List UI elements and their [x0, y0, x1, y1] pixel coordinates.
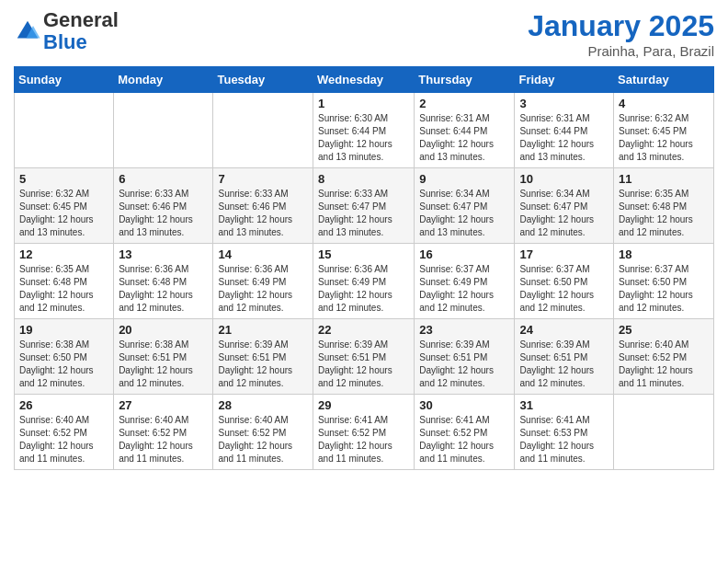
- calendar-cell: 31Sunrise: 6:41 AM Sunset: 6:53 PM Dayli…: [515, 395, 614, 470]
- day-info: Sunrise: 6:41 AM Sunset: 6:52 PM Dayligh…: [419, 414, 509, 465]
- day-info: Sunrise: 6:32 AM Sunset: 6:45 PM Dayligh…: [619, 112, 709, 164]
- calendar-cell: [114, 93, 213, 168]
- weekday-header-tuesday: Tuesday: [213, 67, 313, 93]
- day-number: 26: [19, 398, 108, 412]
- day-number: 17: [519, 247, 609, 261]
- day-number: 7: [218, 172, 308, 186]
- day-info: Sunrise: 6:37 AM Sunset: 6:50 PM Dayligh…: [619, 263, 709, 315]
- calendar-cell: 16Sunrise: 6:37 AM Sunset: 6:49 PM Dayli…: [415, 244, 515, 319]
- logo-icon: [14, 17, 41, 45]
- calendar-cell: 9Sunrise: 6:34 AM Sunset: 6:47 PM Daylig…: [415, 168, 515, 244]
- calendar-week-row: 19Sunrise: 6:38 AM Sunset: 6:50 PM Dayli…: [15, 319, 714, 395]
- calendar-cell: 28Sunrise: 6:40 AM Sunset: 6:52 PM Dayli…: [213, 395, 313, 470]
- calendar-cell: 25Sunrise: 6:40 AM Sunset: 6:52 PM Dayli…: [614, 319, 714, 395]
- calendar-cell: 15Sunrise: 6:36 AM Sunset: 6:49 PM Dayli…: [313, 244, 415, 319]
- day-number: 1: [318, 97, 409, 110]
- logo: General Blue: [14, 9, 119, 53]
- calendar-cell: 14Sunrise: 6:36 AM Sunset: 6:49 PM Dayli…: [213, 244, 313, 319]
- calendar-week-row: 1Sunrise: 6:30 AM Sunset: 6:44 PM Daylig…: [15, 93, 714, 168]
- location-subtitle: Prainha, Para, Brazil: [528, 43, 714, 59]
- calendar-cell: [614, 395, 714, 470]
- day-info: Sunrise: 6:36 AM Sunset: 6:48 PM Dayligh…: [119, 263, 208, 315]
- day-number: 18: [619, 247, 709, 261]
- day-number: 5: [19, 172, 108, 186]
- calendar-cell: 17Sunrise: 6:37 AM Sunset: 6:50 PM Dayli…: [515, 244, 614, 319]
- calendar-cell: 21Sunrise: 6:39 AM Sunset: 6:51 PM Dayli…: [213, 319, 313, 395]
- day-info: Sunrise: 6:38 AM Sunset: 6:51 PM Dayligh…: [119, 339, 208, 390]
- month-title: January 2025: [528, 9, 714, 43]
- day-info: Sunrise: 6:39 AM Sunset: 6:51 PM Dayligh…: [218, 339, 308, 390]
- calendar-cell: 29Sunrise: 6:41 AM Sunset: 6:52 PM Dayli…: [313, 395, 415, 470]
- day-info: Sunrise: 6:41 AM Sunset: 6:52 PM Dayligh…: [318, 414, 409, 465]
- weekday-header-thursday: Thursday: [415, 67, 515, 93]
- day-number: 28: [218, 398, 308, 412]
- calendar-week-row: 5Sunrise: 6:32 AM Sunset: 6:45 PM Daylig…: [15, 168, 714, 244]
- weekday-header-wednesday: Wednesday: [313, 67, 415, 93]
- weekday-header-monday: Monday: [114, 67, 213, 93]
- day-info: Sunrise: 6:39 AM Sunset: 6:51 PM Dayligh…: [519, 339, 609, 390]
- title-block: January 2025 Prainha, Para, Brazil: [528, 9, 714, 59]
- day-info: Sunrise: 6:36 AM Sunset: 6:49 PM Dayligh…: [318, 263, 409, 315]
- calendar-table: SundayMondayTuesdayWednesdayThursdayFrid…: [14, 66, 714, 470]
- calendar-cell: 22Sunrise: 6:39 AM Sunset: 6:51 PM Dayli…: [313, 319, 415, 395]
- day-info: Sunrise: 6:35 AM Sunset: 6:48 PM Dayligh…: [619, 188, 709, 239]
- day-info: Sunrise: 6:33 AM Sunset: 6:46 PM Dayligh…: [218, 188, 308, 239]
- calendar-cell: 26Sunrise: 6:40 AM Sunset: 6:52 PM Dayli…: [15, 395, 114, 470]
- calendar-cell: 8Sunrise: 6:33 AM Sunset: 6:47 PM Daylig…: [313, 168, 415, 244]
- calendar-cell: [15, 93, 114, 168]
- weekday-header-row: SundayMondayTuesdayWednesdayThursdayFrid…: [15, 67, 714, 93]
- calendar-cell: 27Sunrise: 6:40 AM Sunset: 6:52 PM Dayli…: [114, 395, 213, 470]
- day-info: Sunrise: 6:40 AM Sunset: 6:52 PM Dayligh…: [619, 339, 709, 390]
- day-info: Sunrise: 6:40 AM Sunset: 6:52 PM Dayligh…: [119, 414, 208, 465]
- day-info: Sunrise: 6:39 AM Sunset: 6:51 PM Dayligh…: [419, 339, 509, 390]
- calendar-cell: 5Sunrise: 6:32 AM Sunset: 6:45 PM Daylig…: [15, 168, 114, 244]
- day-info: Sunrise: 6:34 AM Sunset: 6:47 PM Dayligh…: [519, 188, 609, 239]
- day-info: Sunrise: 6:36 AM Sunset: 6:49 PM Dayligh…: [218, 263, 308, 315]
- header: General Blue January 2025 Prainha, Para,…: [14, 9, 714, 59]
- day-info: Sunrise: 6:30 AM Sunset: 6:44 PM Dayligh…: [318, 112, 409, 164]
- day-info: Sunrise: 6:39 AM Sunset: 6:51 PM Dayligh…: [318, 339, 409, 390]
- day-info: Sunrise: 6:38 AM Sunset: 6:50 PM Dayligh…: [19, 339, 108, 390]
- day-info: Sunrise: 6:35 AM Sunset: 6:48 PM Dayligh…: [19, 263, 108, 315]
- day-info: Sunrise: 6:37 AM Sunset: 6:50 PM Dayligh…: [519, 263, 609, 315]
- day-number: 9: [419, 172, 509, 186]
- day-info: Sunrise: 6:40 AM Sunset: 6:52 PM Dayligh…: [19, 414, 108, 465]
- day-number: 16: [419, 247, 509, 261]
- calendar-cell: 12Sunrise: 6:35 AM Sunset: 6:48 PM Dayli…: [15, 244, 114, 319]
- calendar-cell: 7Sunrise: 6:33 AM Sunset: 6:46 PM Daylig…: [213, 168, 313, 244]
- calendar-cell: 1Sunrise: 6:30 AM Sunset: 6:44 PM Daylig…: [313, 93, 415, 168]
- day-number: 22: [318, 323, 409, 337]
- day-number: 19: [19, 323, 108, 337]
- day-info: Sunrise: 6:33 AM Sunset: 6:46 PM Dayligh…: [119, 188, 208, 239]
- day-info: Sunrise: 6:31 AM Sunset: 6:44 PM Dayligh…: [419, 112, 509, 164]
- calendar-cell: 10Sunrise: 6:34 AM Sunset: 6:47 PM Dayli…: [515, 168, 614, 244]
- calendar-week-row: 12Sunrise: 6:35 AM Sunset: 6:48 PM Dayli…: [15, 244, 714, 319]
- logo-blue: Blue: [43, 30, 87, 53]
- calendar-cell: 13Sunrise: 6:36 AM Sunset: 6:48 PM Dayli…: [114, 244, 213, 319]
- day-number: 25: [619, 323, 709, 337]
- calendar-week-row: 26Sunrise: 6:40 AM Sunset: 6:52 PM Dayli…: [15, 395, 714, 470]
- weekday-header-friday: Friday: [515, 67, 614, 93]
- day-info: Sunrise: 6:37 AM Sunset: 6:49 PM Dayligh…: [419, 263, 509, 315]
- day-info: Sunrise: 6:33 AM Sunset: 6:47 PM Dayligh…: [318, 188, 409, 239]
- logo-text: General Blue: [43, 9, 119, 53]
- day-info: Sunrise: 6:40 AM Sunset: 6:52 PM Dayligh…: [218, 414, 308, 465]
- day-number: 8: [318, 172, 409, 186]
- day-info: Sunrise: 6:34 AM Sunset: 6:47 PM Dayligh…: [419, 188, 509, 239]
- calendar-cell: 2Sunrise: 6:31 AM Sunset: 6:44 PM Daylig…: [415, 93, 515, 168]
- day-info: Sunrise: 6:41 AM Sunset: 6:53 PM Dayligh…: [519, 414, 609, 465]
- day-number: 27: [119, 398, 208, 412]
- day-number: 4: [619, 97, 709, 110]
- day-number: 14: [218, 247, 308, 261]
- day-number: 21: [218, 323, 308, 337]
- calendar-cell: [213, 93, 313, 168]
- day-number: 29: [318, 398, 409, 412]
- weekday-header-sunday: Sunday: [15, 67, 114, 93]
- calendar-cell: 18Sunrise: 6:37 AM Sunset: 6:50 PM Dayli…: [614, 244, 714, 319]
- logo-general: General: [43, 8, 119, 31]
- calendar-cell: 11Sunrise: 6:35 AM Sunset: 6:48 PM Dayli…: [614, 168, 714, 244]
- calendar-cell: 20Sunrise: 6:38 AM Sunset: 6:51 PM Dayli…: [114, 319, 213, 395]
- day-info: Sunrise: 6:31 AM Sunset: 6:44 PM Dayligh…: [519, 112, 609, 164]
- day-number: 11: [619, 172, 709, 186]
- day-number: 23: [419, 323, 509, 337]
